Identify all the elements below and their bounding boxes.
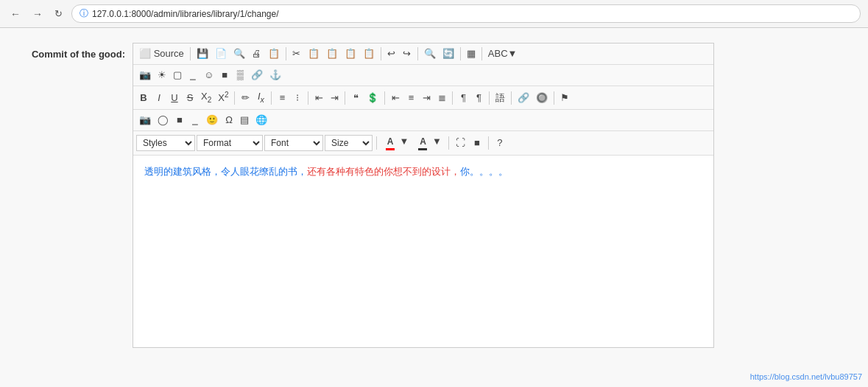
align-right-button[interactable]: ⇥ <box>419 90 434 106</box>
field-row: Commit of the good: ⬜ Source 💾 📄 🔍 🖨 📋 ✂… <box>22 43 846 348</box>
bg-color-button[interactable]: A ▼ <box>413 133 444 153</box>
editor-text: 透明的建筑风格，令人眼花缭乱的书，还有各种有特色的你想不到的设计，你。。。。 <box>144 166 508 177</box>
select-all-button[interactable]: ▦ <box>464 46 479 62</box>
preview-button[interactable]: 🔍 <box>230 46 248 62</box>
sep5 <box>460 47 461 60</box>
ltr-button[interactable]: ¶ <box>456 90 470 106</box>
special-char-button[interactable]: ■ <box>217 67 232 83</box>
redo-button[interactable]: ↪ <box>400 46 414 62</box>
sep10 <box>345 91 345 105</box>
hr-button[interactable]: ⎯ <box>188 112 202 128</box>
sep2 <box>286 47 286 60</box>
removeformat-button[interactable]: ✏ <box>238 90 253 106</box>
styles-select[interactable]: Styles <box>136 135 195 151</box>
template-button[interactable]: 📋 <box>265 46 283 62</box>
maximize-button[interactable]: ⛶ <box>453 135 468 151</box>
blockquote-button[interactable]: ❝ <box>348 90 363 106</box>
save-button[interactable]: 💾 <box>194 46 211 62</box>
sep1 <box>190 47 191 60</box>
sep7 <box>234 91 235 105</box>
reload-button[interactable]: ↻ <box>52 7 66 21</box>
sep-format1 <box>376 136 377 150</box>
size-select[interactable]: Size <box>325 135 373 151</box>
replace-button[interactable]: 🔄 <box>440 46 457 62</box>
sep11 <box>384 91 385 105</box>
link-btn2[interactable]: 🔗 <box>515 90 532 106</box>
cut-button[interactable]: ✂ <box>289 46 304 62</box>
align-center-button[interactable]: ≡ <box>403 90 418 106</box>
hline-button[interactable]: ⎯ <box>186 67 200 83</box>
image-btn2[interactable]: 📷 <box>136 112 154 128</box>
source-view-button[interactable]: ■ <box>470 135 484 151</box>
indent-button[interactable]: ⇥ <box>327 90 342 106</box>
anchor-button[interactable]: ⚓ <box>267 67 284 83</box>
red-text: 还有各种有特色的你想不到的设计， <box>307 166 460 177</box>
copy-button[interactable]: 📋 <box>305 46 322 62</box>
language-button[interactable]: 語 <box>493 90 508 106</box>
print-button[interactable]: 🖨 <box>249 46 264 62</box>
divcontainer-button[interactable]: 💲 <box>364 90 381 106</box>
align-justify-button[interactable]: ≣ <box>434 90 449 106</box>
omega-button[interactable]: Ω <box>222 112 236 128</box>
outdent-button[interactable]: ⇤ <box>311 90 326 106</box>
emoji-button[interactable]: 🙂 <box>203 112 221 128</box>
help-button[interactable]: ? <box>493 135 507 151</box>
iframe-button[interactable]: ▤ <box>237 112 252 128</box>
browser-chrome: ← → ↻ ⓘ 127.0.0.1:8000/admin/libraries/l… <box>0 0 868 28</box>
strikethrough-button[interactable]: S <box>183 90 197 106</box>
italic-button[interactable]: I <box>152 90 166 106</box>
align-left-button[interactable]: ⇤ <box>388 90 403 106</box>
underline-button[interactable]: U <box>167 90 182 106</box>
paste-text-button[interactable]: 📋 <box>342 46 359 62</box>
bg-color-icon: A <box>416 135 429 151</box>
font-color-button[interactable]: A ▼ <box>381 133 412 153</box>
font-select[interactable]: Font <box>264 135 323 151</box>
sep14 <box>511 91 512 105</box>
find-button[interactable]: 🔍 <box>421 46 439 62</box>
source-button[interactable]: ⬜ Source <box>136 46 187 62</box>
format-row: Styles Format Font Size A ▼ <box>133 131 713 156</box>
link-button[interactable]: 🔗 <box>248 67 266 83</box>
flash-button[interactable]: ☀ <box>155 67 169 83</box>
sep6 <box>481 47 482 60</box>
unlink-button[interactable]: 🔘 <box>533 90 551 106</box>
format-select[interactable]: Format <box>197 135 263 151</box>
pagebreak-button[interactable]: ▒ <box>233 67 247 83</box>
sep13 <box>489 91 490 105</box>
new-page-button[interactable]: 📄 <box>212 46 230 62</box>
forward-button[interactable]: → <box>29 7 46 21</box>
subscript-button[interactable]: X2 <box>198 88 214 107</box>
table-button[interactable]: ▢ <box>170 67 185 83</box>
spellcheck-button[interactable]: ABC▼ <box>485 46 521 62</box>
sep-format3 <box>488 136 489 150</box>
toolbar-row-3: B I U S X2 X2 ✏ Ix ≡ ⁝ ⇤ ⇥ ❝ 💲 ⇤ ≡ <box>133 86 713 110</box>
rtl-button[interactable]: ¶ <box>471 90 486 106</box>
paste-button[interactable]: 📋 <box>323 46 341 62</box>
editor-content-area[interactable]: 透明的建筑风格，令人眼花缭乱的书，还有各种有特色的你想不到的设计，你。。。。 <box>133 156 713 347</box>
watermark: https://blog.csdn.net/lvbu89757 <box>750 372 862 381</box>
image-button[interactable]: 📷 <box>136 67 154 83</box>
info-icon: ⓘ <box>80 7 88 20</box>
flash-btn2[interactable]: 🌐 <box>253 112 270 128</box>
sep8 <box>271 91 272 105</box>
sep3 <box>381 47 381 60</box>
clearformat-button[interactable]: Ix <box>253 88 268 107</box>
undo-button[interactable]: ↩ <box>384 46 399 62</box>
bold-button[interactable]: B <box>136 90 151 106</box>
ordered-list-button[interactable]: ≡ <box>275 90 289 106</box>
smiley-button[interactable]: ☺ <box>201 67 216 83</box>
back-button[interactable]: ← <box>7 7 24 21</box>
sep12 <box>452 91 453 105</box>
sep15 <box>554 91 554 105</box>
toolbar-row-1: ⬜ Source 💾 📄 🔍 🖨 📋 ✂ 📋 📋 📋 📋 ↩ ↪ <box>133 43 713 65</box>
paste-word-button[interactable]: 📋 <box>360 46 378 62</box>
page-body: Commit of the good: ⬜ Source 💾 📄 🔍 🖨 📋 ✂… <box>0 28 868 387</box>
toolbar-row-2: 📷 ☀ ▢ ⎯ ☺ ■ ▒ 🔗 ⚓ <box>133 65 713 86</box>
superscript-button[interactable]: X2 <box>215 88 231 107</box>
unordered-list-button[interactable]: ⁝ <box>290 90 305 106</box>
editor-container: ⬜ Source 💾 📄 🔍 🖨 📋 ✂ 📋 📋 📋 📋 ↩ ↪ <box>133 43 714 348</box>
noformat-button[interactable]: ◯ <box>155 112 172 128</box>
anchor-btn2[interactable]: ⚑ <box>557 90 572 106</box>
table-btn2[interactable]: ■ <box>172 112 187 128</box>
toolbar-row-4: 📷 ◯ ■ ⎯ 🙂 Ω ▤ 🌐 <box>133 110 713 131</box>
